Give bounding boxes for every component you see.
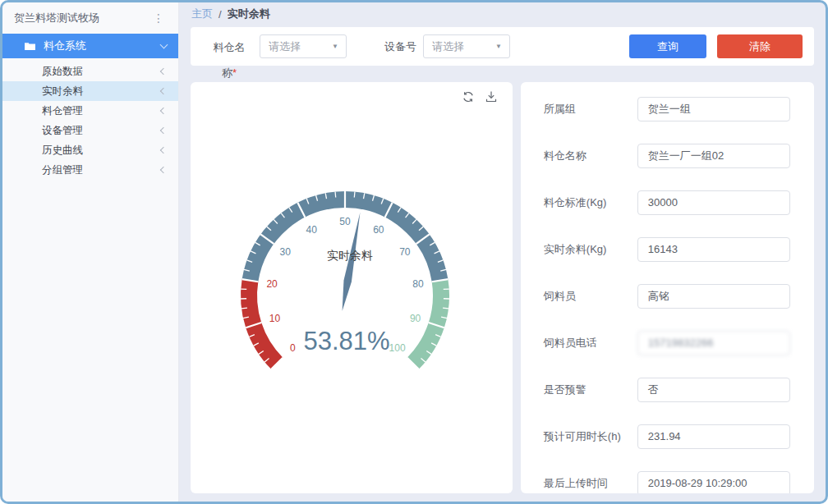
svg-text:20: 20 <box>266 278 278 290</box>
breadcrumb-separator: / <box>218 8 222 21</box>
field-label: 饲料员电话 <box>544 336 637 351</box>
sidebar-header: 贺兰料塔测试牧场 ⋮ <box>2 2 178 34</box>
sidebar-item-label: 原始数据 <box>42 66 83 77</box>
required-asterisk: * <box>232 66 237 79</box>
sidebar: 贺兰料塔测试牧场 ⋮ 料仓系统 原始数据 实时余料 料仓管理 <box>2 2 179 502</box>
svg-text:10: 10 <box>269 313 281 324</box>
form-row-silo-name: 料仓名称 贺兰一厂一组02 <box>521 132 814 179</box>
silo-name-label-line2: 称 <box>222 66 232 79</box>
realtime-feed-field[interactable]: 16143 <box>637 237 790 262</box>
chevron-down-icon <box>160 41 168 49</box>
field-label: 料仓标准(Kg) <box>544 195 637 210</box>
silo-name-label: 料仓名 称* <box>205 34 253 85</box>
svg-text:40: 40 <box>306 224 317 236</box>
farm-title: 贺兰料塔测试牧场 <box>14 11 99 25</box>
silo-name-field[interactable]: 贺兰一厂一组02 <box>637 144 790 168</box>
feeder-phone-field[interactable]: 15719832266 <box>637 331 790 355</box>
silo-name-label-line1: 料仓名 <box>214 41 246 53</box>
svg-text:30: 30 <box>279 246 291 258</box>
silo-standard-field[interactable]: 30000 <box>637 190 790 215</box>
panels: 0102030405060708090100实时余料53.81% 所属组 贺兰一… <box>191 82 814 493</box>
sidebar-root-menu-label: 料仓系统 <box>44 39 86 53</box>
chevron-left-icon <box>160 108 167 114</box>
clear-button[interactable]: 清除 <box>717 34 803 58</box>
chevron-left-icon <box>160 88 167 94</box>
field-label: 最后上传时间 <box>544 476 637 491</box>
kebab-menu-icon[interactable]: ⋮ <box>150 11 168 25</box>
form-row-estimated-hours: 预计可用时长(h) 231.94 <box>521 413 814 460</box>
svg-text:0: 0 <box>290 342 296 354</box>
device-number-label: 设备号 <box>384 39 416 54</box>
form-row-alarm: 是否预警 否 <box>521 366 814 413</box>
dropdown-caret-icon: ▼ <box>332 43 338 50</box>
field-label: 所属组 <box>544 102 637 117</box>
svg-text:实时余料: 实时余料 <box>327 249 373 262</box>
field-label: 预计可用时长(h) <box>544 429 637 444</box>
chevron-left-icon <box>160 127 167 134</box>
field-label: 料仓名称 <box>544 149 637 163</box>
form-row-feeder: 饲料员 高铭 <box>521 273 814 319</box>
svg-text:50: 50 <box>339 216 351 227</box>
chevron-left-icon <box>160 167 167 173</box>
sidebar-item-raw-data[interactable]: 原始数据 <box>2 62 178 81</box>
content: 料仓名 称* 请选择 ▼ 设备号 请选择 ▼ 查询 清除 <box>179 25 826 502</box>
field-label: 饲料员 <box>544 289 637 304</box>
chevron-left-icon <box>160 147 167 153</box>
last-upload-field[interactable]: 2019-08-29 10:29:00 <box>637 471 790 494</box>
chevron-left-icon <box>160 68 167 75</box>
group-field[interactable]: 贺兰一组 <box>637 97 790 121</box>
sidebar-item-device-management[interactable]: 设备管理 <box>2 121 178 140</box>
sidebar-item-group-management[interactable]: 分组管理 <box>2 160 178 180</box>
svg-text:100: 100 <box>389 342 406 354</box>
field-label: 是否预警 <box>544 383 637 397</box>
breadcrumb-home-link[interactable]: 主页 <box>191 7 213 21</box>
breadcrumb: 主页 / 实时余料 <box>179 2 826 25</box>
sidebar-items: 原始数据 实时余料 料仓管理 设备管理 历史曲线 分组管理 <box>2 58 178 180</box>
download-icon[interactable] <box>485 90 498 103</box>
folder-icon <box>24 41 36 51</box>
sidebar-item-realtime-feed[interactable]: 实时余料 <box>2 81 178 101</box>
gauge-card: 0102030405060708090100实时余料53.81% <box>191 82 513 493</box>
form-row-feeder-phone: 饲料员电话 15719832266 <box>521 319 814 366</box>
svg-text:70: 70 <box>399 246 411 258</box>
svg-text:53.81%: 53.81% <box>303 327 389 355</box>
svg-text:80: 80 <box>412 278 424 290</box>
main-area: 主页 / 实时余料 料仓名 称* 请选择 ▼ 设备号 请选择 ▼ <box>179 2 826 502</box>
query-button[interactable]: 查询 <box>629 34 706 58</box>
svg-text:90: 90 <box>410 313 421 324</box>
breadcrumb-current: 实时余料 <box>228 7 270 21</box>
realtime-feed-gauge: 0102030405060708090100实时余料53.81% <box>205 110 498 386</box>
estimated-hours-field[interactable]: 231.94 <box>637 424 790 449</box>
dropdown-caret-icon: ▼ <box>495 43 502 50</box>
gauge-card-toolbar <box>462 90 498 103</box>
sidebar-item-label: 分组管理 <box>42 164 83 176</box>
device-number-select-value: 请选择 <box>432 39 464 54</box>
alarm-field[interactable]: 否 <box>637 378 790 402</box>
sidebar-item-label: 料仓管理 <box>42 105 83 117</box>
device-number-select[interactable]: 请选择 ▼ <box>423 34 510 58</box>
app-window: 贺兰料塔测试牧场 ⋮ 料仓系统 原始数据 实时余料 料仓管理 <box>0 0 828 504</box>
sidebar-item-history-curve[interactable]: 历史曲线 <box>2 140 178 160</box>
form-row-silo-standard: 料仓标准(Kg) 30000 <box>521 179 814 226</box>
form-row-last-upload: 最后上传时间 2019-08-29 10:29:00 <box>521 460 814 493</box>
sidebar-root-menu[interactable]: 料仓系统 <box>2 34 178 58</box>
svg-text:60: 60 <box>373 224 384 236</box>
silo-name-select-value: 请选择 <box>269 39 301 54</box>
sidebar-item-label: 实时余料 <box>42 85 83 97</box>
form-row-group: 所属组 贺兰一组 <box>521 85 814 132</box>
refresh-icon[interactable] <box>462 90 475 103</box>
feeder-field[interactable]: 高铭 <box>637 284 790 309</box>
silo-name-select[interactable]: 请选择 ▼ <box>260 34 347 58</box>
filter-bar: 料仓名 称* 请选择 ▼ 设备号 请选择 ▼ 查询 清除 <box>191 27 814 66</box>
sidebar-item-label: 历史曲线 <box>42 144 83 156</box>
sidebar-item-silo-management[interactable]: 料仓管理 <box>2 101 178 121</box>
sidebar-item-label: 设备管理 <box>42 125 83 136</box>
form-row-realtime-feed: 实时余料(Kg) 16143 <box>521 226 814 273</box>
detail-form-card: 所属组 贺兰一组 料仓名称 贺兰一厂一组02 料仓标准(Kg) 30000 实时… <box>521 82 814 493</box>
field-label: 实时余料(Kg) <box>544 242 637 257</box>
